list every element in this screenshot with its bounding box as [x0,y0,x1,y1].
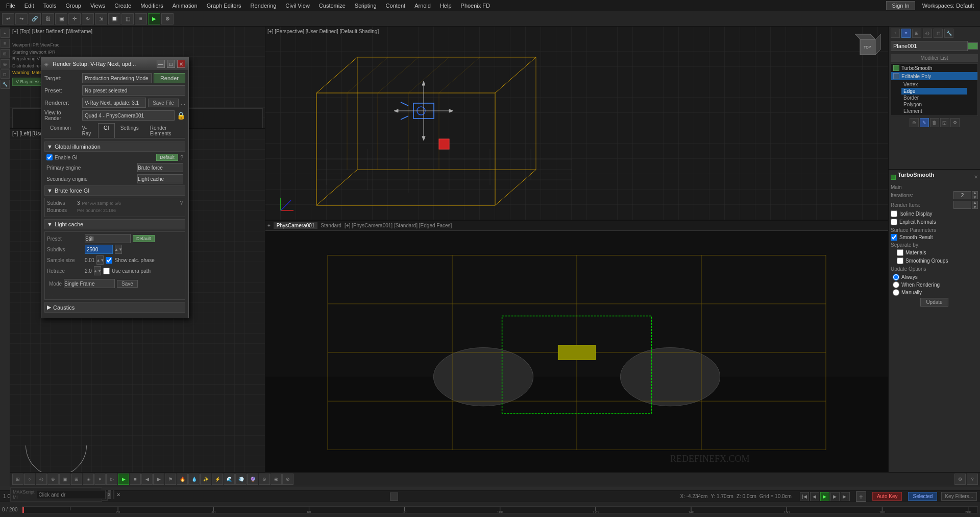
gi-help-icon[interactable]: ? [180,154,183,160]
menu-file[interactable]: File [2,2,19,10]
prev-btn[interactable]: ◀ [810,492,819,501]
smooth-result-checkbox[interactable] [891,234,897,241]
bt-anim7[interactable]: 🔮 [247,474,258,485]
explicit-normals-checkbox[interactable] [891,219,897,225]
sub-polygon[interactable]: Polygon [901,101,967,108]
tab-settings[interactable]: Settings [115,123,144,138]
menu-scripting[interactable]: Scripting [351,2,381,10]
lc-save-button[interactable]: Save [117,280,138,288]
key-filters-button[interactable]: Key Filters... [941,492,977,501]
hierarchy-icon[interactable]: ⊞ [912,29,921,38]
lc-subdivs-input[interactable] [85,245,113,254]
modifier-editable-poly[interactable]: Editable Poly [891,72,977,80]
isoline-checkbox[interactable] [891,210,897,217]
modifier-turbosmooth[interactable]: TurboSmooth [891,64,977,72]
bt-snap4[interactable]: ⊕ [47,474,59,485]
prev-frame-btn[interactable]: |◀ [800,492,809,501]
menu-create[interactable]: Create [110,2,135,10]
hierarchy-tool[interactable]: ⊞ [1,49,10,58]
lc-default-button[interactable]: Default [133,235,155,242]
update-button[interactable]: Update [920,298,948,307]
bt-stop[interactable]: ■ [130,474,141,485]
bt-anim10[interactable]: ⊗ [282,474,293,485]
caustics-header[interactable]: ▶ Caustics [44,302,185,313]
right-icon-5[interactable]: ⚙ [950,118,960,127]
modify-icon[interactable]: ≡ [901,29,911,38]
bt-snap5[interactable]: ▣ [59,474,70,485]
lc-sample-spinner[interactable]: ▲▼ [96,255,104,265]
render-button[interactable]: Render [154,73,185,83]
sub-element[interactable]: Element [901,108,967,114]
play-btn[interactable]: ▶ [820,492,829,501]
auto-key-button[interactable]: Auto Key [872,492,902,501]
bt-snap1[interactable]: ⊞ [12,474,23,485]
unlink-button[interactable]: ⛓ [42,13,54,25]
create-tool[interactable]: + [1,29,10,38]
bt-next-frame[interactable]: ▶ [153,474,164,485]
bt-key-mode[interactable]: ⚑ [165,474,176,485]
snap-toggle[interactable]: 🔲 [108,13,120,25]
right-icon-3[interactable]: 🗑 [930,118,939,127]
brute-force-header[interactable]: ▼ Brute force GI [44,185,185,196]
bt-anim5[interactable]: 🌊 [224,474,235,485]
when-rendering-radio[interactable] [893,281,899,288]
show-calc-checkbox[interactable] [106,257,112,264]
primary-engine-select[interactable]: Brute force [137,163,183,172]
iterations-input[interactable] [953,191,971,199]
next-btn[interactable]: ▶ [830,492,840,501]
link-button[interactable]: 🔗 [29,13,41,25]
object-name-input[interactable] [891,41,968,51]
maxscript-expand[interactable]: 3 [108,490,111,499]
lc-preset-select[interactable]: Still [85,234,131,243]
bt-snap7[interactable]: ◈ [83,474,94,485]
render-iters-spin-btn[interactable]: ▲▼ [972,201,978,209]
menu-content[interactable]: Content [382,2,410,10]
tab-gi[interactable]: GI [98,123,115,138]
bt-anim3[interactable]: ✨ [200,474,211,485]
manually-radio[interactable] [893,289,899,296]
timeline-scrub-bar[interactable]: 20 40 60 80 100 120 140 160 180 200 [22,506,978,513]
preset-select[interactable]: No preset selected [82,85,185,96]
bt-snap8[interactable]: ✦ [94,474,106,485]
gi-default-button[interactable]: Default [156,154,178,161]
dialog-minimize-button[interactable]: — [157,60,165,68]
modify-tool[interactable]: ≡ [1,39,10,48]
bt-anim4[interactable]: ⚡ [212,474,223,485]
tab-render-elements[interactable]: Render Elements [144,123,185,138]
always-radio[interactable] [893,274,899,280]
motion-icon[interactable]: ◎ [923,29,932,38]
menu-modifiers[interactable]: Modifiers [136,2,167,10]
bottom-center-viewport[interactable]: + PhysCamera001 Standard [+] [PhysCamera… [265,221,888,486]
menu-edit[interactable]: Edit [20,2,38,10]
render-iters-input[interactable] [953,201,971,209]
enable-gi-checkbox[interactable] [46,154,53,160]
bt-settings[interactable]: ⚙ [954,474,966,485]
brute-force-help[interactable]: ? [180,200,183,206]
bt-snap2[interactable]: ○ [24,474,35,485]
menu-animation[interactable]: Animation [168,2,202,10]
lc-mode-select[interactable]: Single Frame [64,279,115,288]
mirror-button[interactable]: ◫ [121,13,134,25]
materials-checkbox[interactable] [897,249,903,256]
undo-button[interactable]: ↩ [2,13,14,25]
use-camera-checkbox[interactable] [103,268,110,274]
display-icon[interactable]: ◻ [934,29,943,38]
menu-views[interactable]: Views [86,2,109,10]
add-time-button[interactable]: + [856,491,866,502]
save-file-button[interactable]: Save File [148,99,179,107]
motion-tool[interactable]: ◎ [1,59,10,68]
bt-prev-frame[interactable]: ◀ [141,474,153,485]
sub-border[interactable]: Border [901,95,967,101]
light-cache-header[interactable]: ▼ Light cache [44,219,185,229]
render-setup-button[interactable]: ⚙ [161,13,174,25]
right-icon-2[interactable]: ✎ [920,118,929,127]
tab-common[interactable]: Common [44,123,77,138]
sub-vertex[interactable]: Vertex [901,81,967,88]
menu-tools[interactable]: Tools [39,2,61,10]
menu-customize[interactable]: Customize [315,2,350,10]
maxscript-input[interactable] [37,490,106,499]
menu-civil-view[interactable]: Civil View [281,2,313,10]
align-button[interactable]: ≡ [135,13,147,25]
bt-anim8[interactable]: ⊛ [259,474,270,485]
bt-anim1[interactable]: 🔥 [177,474,188,485]
